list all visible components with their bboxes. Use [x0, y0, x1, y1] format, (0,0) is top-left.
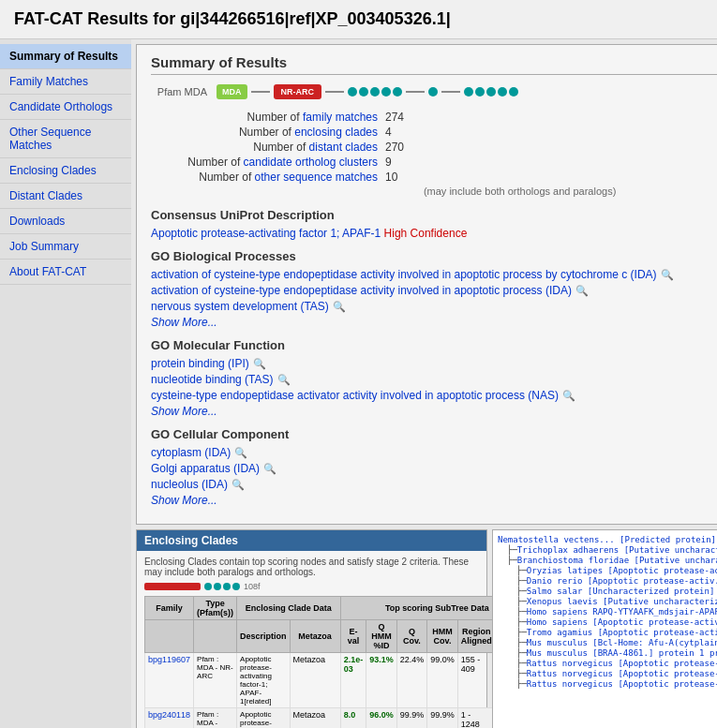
tree-branch-prefix: ├─ [516, 576, 527, 586]
tree-entry-link[interactable]: Rattus norvegicus [Apoptotic protease-ac… [527, 679, 717, 689]
distant-clades-link[interactable]: distant clades [309, 141, 378, 154]
candidate-orthologs-link[interactable]: candidate ortholog clusters [244, 156, 378, 169]
tree-line: ├─ Oryzias latipes [Apoptotic protease-a… [498, 566, 717, 575]
tree-line: ├─ Danio rerio [Apoptotic protease-activ… [498, 576, 717, 586]
go-bio-link-3[interactable]: nervous system development (TAS) [151, 300, 329, 313]
sidebar-item-label: Summary of Results [9, 50, 118, 63]
tree-entry-link[interactable]: Branchiostoma floridae [Putative unchara… [517, 556, 717, 565]
confidence-badge: High Confidence [384, 227, 468, 240]
family-matches-link[interactable]: family matches [303, 111, 378, 124]
tree-entry-link[interactable]: Homo sapiens [Apoptotic protease-active.… [527, 617, 717, 627]
tree-branch-prefix: ├─ [516, 659, 527, 668]
stats-label: Number of other sequence matches [151, 171, 385, 184]
tree-entry-link[interactable]: Rattus norvegicus [Apoptotic protease-ac… [527, 669, 717, 678]
sidebar-item-job-summary[interactable]: Job Summary [0, 234, 131, 260]
col-qhmm: Q HMM %ID [366, 620, 397, 653]
tree-branch-prefix: ├─ [516, 669, 527, 678]
pfam-line2 [325, 91, 344, 93]
enclosing-clades-heading: Enclosing Clades [137, 530, 486, 551]
sidebar-item-summary[interactable]: Summary of Results [0, 44, 131, 69]
tree-entry-link[interactable]: Homo sapiens RAPQ-YTYAAFK_mdsjair-APAF /… [527, 607, 717, 617]
sidebar-item-label: Family Matches [9, 75, 88, 88]
go-bio-link-1[interactable]: activation of cysteine-type endopeptidas… [151, 268, 657, 281]
col-eval: E-val [340, 620, 366, 653]
pfam-dot [393, 87, 402, 97]
tree-entry-link[interactable]: Trichoplax adhaerens [Putative uncharact… [517, 545, 717, 555]
go-biological-header: GO Biological Processes [151, 249, 717, 263]
tree-entry-link[interactable]: Danio rerio [Apoptotic protease-activ...… [527, 576, 717, 586]
go-bio-show-more[interactable]: Show More... [151, 316, 717, 329]
title-text: FAT-CAT Results for gi|344266516|ref|XP_… [14, 9, 451, 28]
tree-entry-link[interactable]: Tromo agamius [Apoptotic protease-active… [527, 628, 717, 637]
enclosing-clades-link[interactable]: enclosing clades [294, 126, 378, 139]
search-icon[interactable]: 🔍 [661, 269, 674, 281]
col-enclosing-data: Enclosing Clade Data [237, 597, 341, 620]
tree-panel: Nematostella vectens... [Predicted prote… [492, 529, 717, 728]
filter-dot [204, 583, 212, 590]
sidebar-item-label: Distant Clades [9, 189, 82, 202]
filter-dots [204, 583, 240, 590]
search-icon[interactable]: 🔍 [232, 479, 245, 491]
family-link[interactable]: bpg240118 [148, 710, 190, 720]
search-icon[interactable]: 🔍 [333, 301, 346, 313]
tree-entry-link[interactable]: Salmo salar [Uncharacterized protein] / … [527, 587, 717, 596]
enclosing-clades-desc: Enclosing Clades contain top scoring nod… [144, 557, 479, 577]
tree-entry-link[interactable]: Xenopus laevis [Putative uncharacterized… [527, 597, 717, 606]
go-molecular-header: GO Molecular Function [151, 338, 717, 352]
search-icon[interactable]: 🔍 [562, 390, 575, 402]
sidebar-item-family[interactable]: Family Matches [0, 69, 131, 95]
col-qcov: Q Cov. [396, 620, 427, 653]
sidebar-item-distant[interactable]: Distant Clades [0, 184, 131, 209]
content-area: Summary of Results Pfam MDA MDA NR-ARC [131, 39, 717, 728]
cell-eval: 2.1e-03 [340, 653, 366, 708]
stats-row-candidate: Number of candidate ortholog clusters 9 [151, 156, 717, 169]
cell-eval: 8.0 [340, 708, 366, 729]
tree-branch-prefix: ├─ [516, 566, 527, 575]
go-mol-show-more[interactable]: Show More... [151, 405, 717, 418]
sidebar-item-label: Candidate Orthologs [9, 100, 112, 113]
go-cell-link-3[interactable]: nucleolus (IDA) [151, 478, 228, 491]
sidebar-item-other-seq[interactable]: Other Sequence Matches [0, 120, 131, 158]
cell-hmmcov: 99.9% [427, 708, 458, 729]
search-icon[interactable]: 🔍 [277, 374, 291, 386]
search-icon[interactable]: 🔍 [253, 358, 266, 370]
tree-entry-link[interactable]: Mus musculus [BRAA-4861.] protein 1 pref… [527, 648, 717, 658]
stats-value-candidate: 9 [385, 156, 392, 169]
cell-qhh: 96.0% [366, 708, 397, 729]
go-cell-link-1[interactable]: cytoplasm (IDA) [151, 446, 231, 459]
sidebar-item-downloads[interactable]: Downloads [0, 209, 131, 234]
col-desc: Description [237, 620, 291, 653]
pfam-dot [498, 87, 507, 97]
search-icon[interactable]: 🔍 [575, 285, 589, 297]
go-cell-link-2[interactable]: Golgi apparatus (IDA) [151, 462, 260, 475]
go-cell-show-more[interactable]: Show More... [151, 494, 717, 507]
enclosing-table: Family Type (Pfam(s)) Enclosing Clade Da… [144, 596, 534, 728]
tree-entry-link[interactable]: Rattus norvegicus [Apoptotic protease-ac… [527, 659, 717, 668]
pfam-dots-group2 [464, 87, 518, 97]
other-seq-link[interactable]: other sequence matches [255, 171, 378, 184]
tree-entry-link[interactable]: Nematostella vectens... [Predicted prote… [498, 535, 717, 544]
stats-row-distant: Number of distant clades 270 [151, 141, 717, 154]
go-cell-item-3: nucleolus (IDA) 🔍 [151, 478, 717, 491]
search-icon[interactable]: 🔍 [234, 447, 247, 459]
col-typ [194, 620, 237, 653]
go-mol-link-2[interactable]: nucleotide binding (TAS) [151, 373, 274, 386]
go-mol-link-1[interactable]: protein binding (IPI) [151, 357, 249, 370]
consensus-link[interactable]: Apoptotic protease-activating factor 1; … [151, 227, 384, 240]
filter-dot [232, 583, 240, 590]
sidebar-item-enclosing[interactable]: Enclosing Clades [0, 158, 131, 184]
tree-entry-link[interactable]: Mus musculus [Bcl-Home: Afu-A(cytplain).… [527, 638, 717, 647]
sidebar-item-candidate[interactable]: Candidate Orthologs [0, 95, 131, 120]
go-mol-link-3[interactable]: cysteine-type endopeptidase activator ac… [151, 389, 559, 402]
tree-entry-link[interactable]: Oryzias latipes [Apoptotic protease-acti… [527, 566, 717, 575]
pfam-row: Pfam MDA MDA NR-ARC [151, 84, 717, 99]
sidebar-item-about[interactable]: About FAT-CAT [0, 260, 131, 285]
cell-description: Apoptotic protease-activating factor-1; … [237, 653, 291, 708]
stats-row-enclosing: Number of enclosing clades 4 [151, 126, 717, 139]
stats-table: Number of family matches 274 Number of e… [151, 111, 717, 197]
family-link[interactable]: bpg119607 [148, 655, 190, 664]
tree-line: ├─ Branchiostoma floridae [Putative unch… [498, 556, 717, 565]
search-icon[interactable]: 🔍 [263, 463, 276, 475]
go-bio-link-2[interactable]: activation of cysteine-type endopeptidas… [151, 284, 572, 297]
tree-line: ├─ Salmo salar [Uncharacterized protein]… [498, 587, 717, 596]
